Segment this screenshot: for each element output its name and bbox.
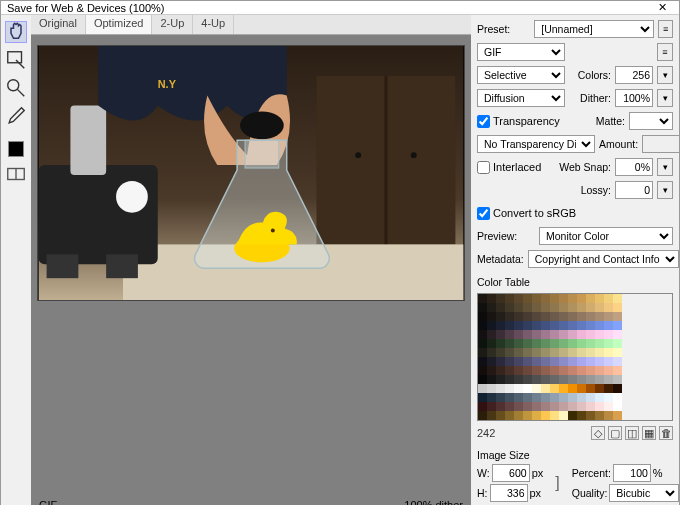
color-swatch[interactable] bbox=[541, 294, 550, 303]
color-swatch[interactable] bbox=[550, 357, 559, 366]
color-swatch[interactable] bbox=[559, 294, 568, 303]
color-swatch[interactable] bbox=[478, 312, 487, 321]
color-swatch[interactable] bbox=[604, 411, 613, 420]
color-swatch[interactable] bbox=[514, 402, 523, 411]
color-swatch[interactable] bbox=[559, 393, 568, 402]
color-swatch[interactable] bbox=[604, 321, 613, 330]
color-swatch[interactable] bbox=[613, 384, 622, 393]
close-icon[interactable]: ✕ bbox=[652, 1, 673, 14]
color-swatch[interactable] bbox=[613, 366, 622, 375]
color-swatch[interactable] bbox=[595, 294, 604, 303]
color-swatch[interactable] bbox=[595, 366, 604, 375]
preview-dropdown[interactable]: Monitor Color bbox=[539, 227, 673, 245]
quality-dropdown[interactable]: Bicubic bbox=[609, 484, 679, 502]
color-swatch[interactable] bbox=[568, 321, 577, 330]
color-swatch[interactable] bbox=[496, 330, 505, 339]
color-swatch[interactable] bbox=[514, 321, 523, 330]
color-table[interactable] bbox=[477, 293, 673, 421]
color-swatch[interactable] bbox=[523, 294, 532, 303]
color-swatch[interactable] bbox=[496, 357, 505, 366]
color-swatch[interactable] bbox=[505, 312, 514, 321]
color-swatch[interactable] bbox=[577, 411, 586, 420]
color-swatch[interactable] bbox=[613, 303, 622, 312]
color-swatch[interactable] bbox=[478, 411, 487, 420]
delete-color-icon[interactable]: 🗑 bbox=[659, 426, 673, 440]
color-swatch[interactable] bbox=[505, 366, 514, 375]
color-swatch[interactable] bbox=[487, 366, 496, 375]
color-swatch[interactable] bbox=[514, 411, 523, 420]
color-swatch[interactable] bbox=[559, 357, 568, 366]
color-swatch[interactable] bbox=[487, 357, 496, 366]
color-swatch[interactable] bbox=[604, 330, 613, 339]
color-swatch[interactable] bbox=[541, 411, 550, 420]
color-swatch[interactable] bbox=[523, 348, 532, 357]
dither-algo-dropdown[interactable]: Diffusion bbox=[477, 89, 565, 107]
color-swatch[interactable] bbox=[613, 411, 622, 420]
new-color-icon[interactable]: ▦ bbox=[642, 426, 656, 440]
transparency-checkbox[interactable] bbox=[477, 115, 490, 128]
color-swatch[interactable] bbox=[604, 303, 613, 312]
color-swatch[interactable] bbox=[496, 294, 505, 303]
eyedropper-color-swatch[interactable] bbox=[8, 141, 24, 157]
width-input[interactable] bbox=[492, 464, 530, 482]
tab-4up[interactable]: 4-Up bbox=[193, 15, 234, 34]
color-swatch[interactable] bbox=[541, 312, 550, 321]
color-swatch[interactable] bbox=[568, 402, 577, 411]
color-swatch[interactable] bbox=[496, 312, 505, 321]
color-swatch[interactable] bbox=[478, 402, 487, 411]
color-swatch[interactable] bbox=[550, 294, 559, 303]
color-swatch[interactable] bbox=[532, 303, 541, 312]
color-swatch[interactable] bbox=[586, 312, 595, 321]
color-swatch[interactable] bbox=[586, 357, 595, 366]
color-swatch[interactable] bbox=[541, 402, 550, 411]
color-swatch[interactable] bbox=[550, 393, 559, 402]
color-swatch[interactable] bbox=[541, 357, 550, 366]
color-swatch[interactable] bbox=[523, 321, 532, 330]
color-swatch[interactable] bbox=[586, 384, 595, 393]
tab-optimized[interactable]: Optimized bbox=[86, 15, 153, 34]
color-swatch[interactable] bbox=[478, 384, 487, 393]
color-swatch[interactable] bbox=[487, 375, 496, 384]
color-swatch[interactable] bbox=[478, 339, 487, 348]
color-swatch[interactable] bbox=[577, 294, 586, 303]
color-swatch[interactable] bbox=[541, 348, 550, 357]
color-swatch[interactable] bbox=[532, 393, 541, 402]
color-swatch[interactable] bbox=[613, 330, 622, 339]
color-swatch[interactable] bbox=[487, 411, 496, 420]
color-swatch[interactable] bbox=[532, 366, 541, 375]
reduction-dropdown[interactable]: Selective bbox=[477, 66, 565, 84]
color-swatch[interactable] bbox=[568, 366, 577, 375]
color-swatch[interactable] bbox=[496, 348, 505, 357]
color-swatch[interactable] bbox=[604, 375, 613, 384]
color-swatch[interactable] bbox=[496, 366, 505, 375]
preset-menu-icon[interactable]: ≡ bbox=[658, 20, 673, 38]
lock-color-icon[interactable]: ▢ bbox=[608, 426, 622, 440]
color-swatch[interactable] bbox=[613, 294, 622, 303]
color-swatch[interactable] bbox=[568, 411, 577, 420]
color-swatch[interactable] bbox=[514, 357, 523, 366]
color-swatch[interactable] bbox=[541, 393, 550, 402]
color-swatch[interactable] bbox=[496, 411, 505, 420]
color-swatch[interactable] bbox=[505, 321, 514, 330]
color-swatch[interactable] bbox=[496, 393, 505, 402]
color-swatch[interactable] bbox=[514, 294, 523, 303]
color-swatch[interactable] bbox=[496, 375, 505, 384]
color-swatch[interactable] bbox=[604, 339, 613, 348]
color-swatch[interactable] bbox=[514, 375, 523, 384]
color-swatch[interactable] bbox=[514, 348, 523, 357]
color-swatch[interactable] bbox=[532, 339, 541, 348]
color-swatch[interactable] bbox=[532, 411, 541, 420]
lossy-input[interactable] bbox=[615, 181, 653, 199]
color-swatch[interactable] bbox=[550, 321, 559, 330]
color-swatch[interactable] bbox=[487, 321, 496, 330]
color-swatch[interactable] bbox=[550, 366, 559, 375]
zoom-tool-icon[interactable] bbox=[5, 77, 27, 99]
lossy-stepper-icon[interactable]: ▾ bbox=[657, 181, 673, 199]
color-swatch[interactable] bbox=[568, 357, 577, 366]
eyedropper-tool-icon[interactable] bbox=[5, 105, 27, 127]
color-swatch[interactable] bbox=[577, 402, 586, 411]
dither-input[interactable] bbox=[615, 89, 653, 107]
color-swatch[interactable] bbox=[523, 366, 532, 375]
color-swatch[interactable] bbox=[595, 393, 604, 402]
color-swatch[interactable] bbox=[577, 393, 586, 402]
